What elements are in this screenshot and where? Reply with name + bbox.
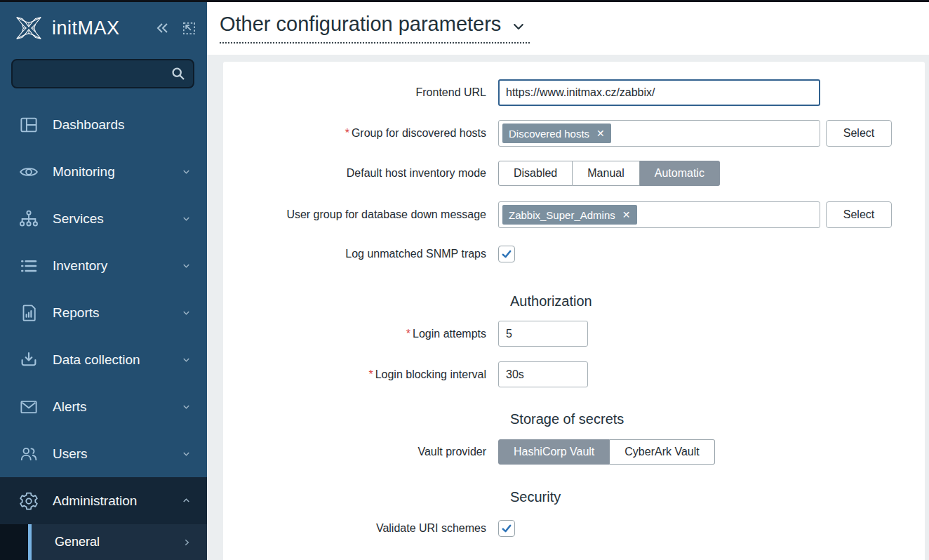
initmax-logo-icon bbox=[13, 12, 45, 44]
vault-cyberark-button[interactable]: CyberArk Vault bbox=[610, 439, 714, 465]
chevron-down-icon bbox=[181, 448, 192, 459]
dashboards-icon bbox=[18, 114, 39, 135]
validate-uri-checkbox[interactable] bbox=[498, 520, 515, 537]
chevron-down-icon bbox=[181, 307, 192, 318]
window-top-edge bbox=[0, 0, 929, 2]
vault-hashicorp-button[interactable]: HashiCorp Vault bbox=[498, 439, 610, 465]
page-header: Other configuration parameters bbox=[207, 0, 929, 55]
content-area: Frontend URL *Group for discovered hosts… bbox=[207, 55, 929, 560]
brand-name: initMAX bbox=[52, 18, 120, 39]
page-title-dropdown[interactable]: Other configuration parameters bbox=[220, 13, 530, 44]
sidebar-header: initMAX bbox=[13, 8, 197, 48]
vault-provider-label: Vault provider bbox=[223, 445, 498, 459]
remove-icon[interactable]: ✕ bbox=[596, 128, 605, 139]
sidebar-search-input[interactable] bbox=[11, 59, 194, 88]
required-marker: * bbox=[368, 368, 373, 380]
sidebar-item-label: Monitoring bbox=[53, 164, 181, 180]
chevron-up-icon bbox=[181, 495, 192, 506]
frontend-url-label: Frontend URL bbox=[223, 86, 498, 100]
chevron-down-icon bbox=[181, 213, 192, 224]
storage-of-secrets-heading: Storage of secrets bbox=[510, 410, 624, 428]
reports-icon bbox=[18, 302, 39, 324]
validate-uri-row: Validate URI schemes bbox=[223, 520, 515, 537]
frontend-url-row: Frontend URL bbox=[223, 79, 820, 106]
collapse-sidebar-icon[interactable] bbox=[152, 20, 171, 36]
users-icon bbox=[18, 444, 39, 465]
chevron-down-icon bbox=[181, 354, 192, 365]
chevron-down-icon bbox=[181, 260, 192, 271]
required-marker: * bbox=[345, 127, 349, 139]
services-icon bbox=[18, 208, 39, 229]
sidebar-item-reports[interactable]: Reports bbox=[0, 289, 207, 336]
chevron-down-icon bbox=[181, 401, 192, 412]
login-blocking-input[interactable] bbox=[498, 361, 588, 387]
sidebar-item-label: Users bbox=[53, 446, 181, 462]
usergroup-chip: Zabbix_Super_Admins ✕ bbox=[502, 205, 637, 225]
login-blocking-row: *Login blocking interval bbox=[223, 361, 588, 387]
sidebar-item-data-collection[interactable]: Data collection bbox=[0, 336, 207, 383]
sidebar-item-administration[interactable]: Administration bbox=[0, 477, 207, 524]
security-heading: Security bbox=[510, 488, 561, 506]
config-form-card: Frontend URL *Group for discovered hosts… bbox=[223, 62, 925, 560]
chevron-right-icon bbox=[182, 538, 192, 547]
sidebar-item-dashboards[interactable]: Dashboards bbox=[0, 101, 207, 148]
inventory-mode-label: Default host inventory mode bbox=[223, 166, 498, 180]
data-collection-icon bbox=[18, 349, 39, 371]
chevron-down-icon bbox=[181, 166, 192, 177]
authorization-heading: Authorization bbox=[510, 292, 592, 310]
login-attempts-input[interactable] bbox=[498, 321, 588, 347]
snmp-traps-row: Log unmatched SNMP traps bbox=[223, 246, 515, 262]
sidebar-item-alerts[interactable]: Alerts bbox=[0, 383, 207, 430]
sidebar-menu: Dashboards Monitoring Services Inventory… bbox=[0, 101, 207, 524]
main-content: Other configuration parameters Frontend … bbox=[207, 0, 929, 560]
remove-icon[interactable]: ✕ bbox=[622, 209, 631, 220]
group-chip: Discovered hosts ✕ bbox=[502, 124, 611, 143]
inventory-mode-automatic-button[interactable]: Automatic bbox=[640, 161, 720, 186]
sidebar-item-label: Dashboards bbox=[53, 117, 192, 133]
inventory-mode-disabled-button[interactable]: Disabled bbox=[498, 161, 573, 186]
validate-uri-label: Validate URI schemes bbox=[223, 521, 498, 535]
sidebar-item-label: Administration bbox=[53, 493, 181, 509]
discovered-hosts-row: *Group for discovered hosts Discovered h… bbox=[223, 120, 892, 147]
monitoring-icon bbox=[18, 161, 39, 182]
vault-provider-row: Vault provider HashiCorp Vault CyberArk … bbox=[223, 439, 715, 465]
sidebar-item-label: Alerts bbox=[53, 399, 181, 415]
login-attempts-label: *Login attempts bbox=[223, 327, 498, 341]
sidebar: initMAX Dashboards Monitoring Services I… bbox=[0, 0, 207, 560]
sidebar-subitem-label: General bbox=[55, 535, 182, 549]
sidebar-item-monitoring[interactable]: Monitoring bbox=[0, 148, 207, 195]
login-blocking-label: *Login blocking interval bbox=[223, 368, 498, 382]
sidebar-item-users[interactable]: Users bbox=[0, 430, 207, 477]
select-usergroup-button[interactable]: Select bbox=[826, 201, 892, 228]
sidebar-subitem-general[interactable]: General bbox=[28, 524, 207, 560]
inventory-mode-row: Default host inventory mode Disabled Man… bbox=[223, 161, 720, 186]
discovered-hosts-multiselect[interactable]: Discovered hosts ✕ bbox=[498, 120, 820, 147]
sidebar-item-label: Reports bbox=[53, 305, 181, 321]
discovered-hosts-label: *Group for discovered hosts bbox=[223, 126, 498, 140]
inventory-icon bbox=[18, 255, 39, 276]
snmp-traps-label: Log unmatched SNMP traps bbox=[223, 247, 498, 261]
required-marker: * bbox=[406, 328, 410, 340]
db-down-group-row: User group for database down message Zab… bbox=[223, 201, 892, 228]
select-group-button[interactable]: Select bbox=[826, 120, 892, 147]
sidebar-item-label: Inventory bbox=[53, 258, 181, 274]
search-icon[interactable] bbox=[170, 65, 187, 82]
alerts-icon bbox=[18, 396, 39, 418]
kiosk-mode-icon[interactable] bbox=[181, 20, 197, 36]
frontend-url-input[interactable] bbox=[498, 79, 820, 106]
inventory-mode-segmented: Disabled Manual Automatic bbox=[498, 161, 720, 186]
sidebar-item-label: Data collection bbox=[53, 352, 181, 368]
inventory-mode-manual-button[interactable]: Manual bbox=[573, 161, 639, 186]
sidebar-item-inventory[interactable]: Inventory bbox=[0, 242, 207, 289]
vault-provider-segmented: HashiCorp Vault CyberArk Vault bbox=[498, 439, 715, 465]
login-attempts-row: *Login attempts bbox=[223, 321, 588, 347]
chevron-down-icon bbox=[512, 21, 526, 32]
check-icon bbox=[500, 248, 513, 260]
db-down-group-multiselect[interactable]: Zabbix_Super_Admins ✕ bbox=[498, 201, 820, 228]
sidebar-item-label: Services bbox=[53, 211, 181, 227]
sidebar-item-services[interactable]: Services bbox=[0, 195, 207, 242]
administration-submenu: General bbox=[0, 524, 207, 560]
page-title: Other configuration parameters bbox=[220, 13, 501, 36]
snmp-traps-checkbox[interactable] bbox=[498, 246, 515, 262]
db-down-group-label: User group for database down message bbox=[223, 208, 498, 222]
